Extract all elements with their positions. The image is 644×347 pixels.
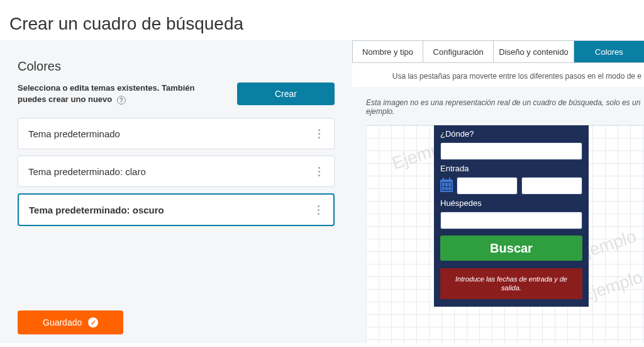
- preview-caption: Esta imagen no es una representación rea…: [366, 98, 644, 116]
- theme-item-label: Tema predeterminado: claro: [28, 166, 146, 177]
- right-panel: Nombre y tipo Configuración Diseño y con…: [352, 40, 644, 343]
- theme-item-label: Tema predeterminado: oscuro: [29, 205, 164, 215]
- preview-grid: Ejemplo Ejemplo Ejemplo Ejemplo ¿Dónde? …: [366, 125, 644, 343]
- theme-list: Tema predeterminado Tema predeterminado:…: [18, 118, 335, 226]
- tabs: Nombre y tipo Configuración Diseño y con…: [352, 40, 644, 63]
- input-date-from[interactable]: [457, 177, 518, 195]
- calendar-icon: [440, 179, 453, 192]
- tab-diseno-y-contenido[interactable]: Diseño y contenido: [494, 41, 574, 62]
- input-donde[interactable]: [440, 142, 582, 160]
- section-title-colores: Colores: [18, 59, 335, 74]
- help-icon[interactable]: ?: [117, 96, 126, 105]
- tab-colores[interactable]: Colores: [574, 41, 644, 62]
- theme-item-label: Tema predeterminado: [28, 128, 120, 139]
- theme-item-light[interactable]: Tema predeterminado: claro: [18, 156, 335, 187]
- left-panel: Colores Selecciona o edita temas existen…: [0, 40, 352, 343]
- create-button[interactable]: Crear: [237, 82, 335, 105]
- tab-configuracion[interactable]: Configuración: [423, 41, 494, 62]
- save-button[interactable]: Guardado ✓: [18, 310, 123, 334]
- label-donde: ¿Dónde?: [440, 129, 582, 139]
- search-button[interactable]: Buscar: [440, 236, 582, 261]
- error-banner: Introduce las fechas de entrada y de sal…: [440, 268, 582, 299]
- tab-nombre-y-tipo[interactable]: Nombre y tipo: [353, 41, 423, 62]
- kebab-icon[interactable]: [314, 127, 324, 140]
- example-search-box: ¿Dónde? Entrada Huéspedes Buscar: [434, 125, 589, 307]
- input-huespedes[interactable]: [440, 212, 582, 229]
- theme-item-default[interactable]: Tema predeterminado: [18, 118, 335, 149]
- check-icon: ✓: [88, 317, 98, 327]
- kebab-icon[interactable]: [314, 165, 324, 178]
- tabs-hint: Usa las pestañas para moverte entre los …: [352, 63, 644, 87]
- input-date-to[interactable]: [521, 177, 582, 195]
- page-title: Crear un cuadro de búsqueda: [0, 0, 644, 40]
- label-huespedes: Huéspedes: [440, 198, 582, 208]
- instruction-text: Selecciona o edita temas existentes. Tam…: [18, 82, 225, 105]
- theme-item-dark[interactable]: Tema predeterminado: oscuro: [18, 193, 335, 226]
- label-entrada: Entrada: [440, 164, 582, 173]
- preview-panel: Esta imagen no es una representación rea…: [352, 87, 644, 343]
- kebab-icon[interactable]: [313, 203, 323, 216]
- save-button-label: Guardado: [43, 317, 82, 327]
